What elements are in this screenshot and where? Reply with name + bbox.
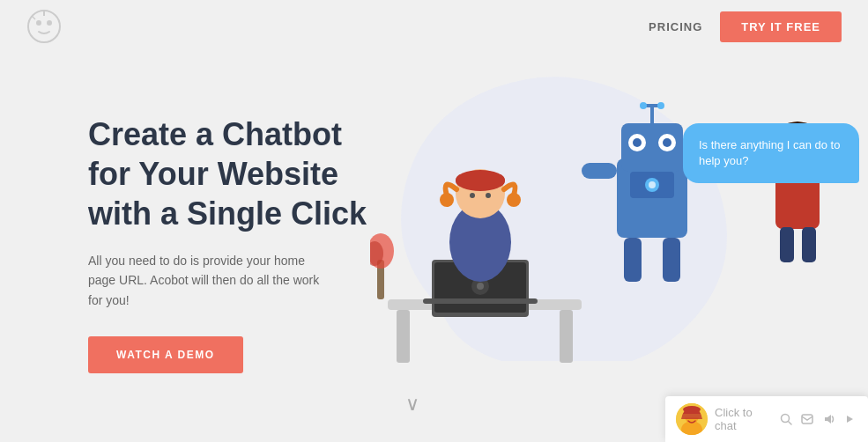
logo-area	[26, 9, 62, 44]
svg-point-33	[507, 193, 521, 207]
svg-point-11	[640, 102, 647, 109]
logo-icon	[26, 9, 62, 44]
svg-point-7	[633, 138, 642, 147]
svg-point-32	[440, 193, 454, 207]
svg-point-8	[663, 138, 671, 147]
chat-bubble-text: Is there anything I can do to help you?	[699, 138, 840, 167]
svg-rect-15	[624, 238, 642, 282]
sound-icon[interactable]	[820, 411, 836, 427]
svg-rect-52	[802, 415, 812, 424]
try-it-free-button[interactable]: TRY IT FREE	[720, 11, 842, 42]
chat-avatar	[676, 403, 708, 435]
search-icon[interactable]	[778, 411, 794, 427]
illustration-area: Is there anything I can do to help you?	[370, 53, 868, 442]
svg-rect-16	[663, 238, 680, 282]
svg-point-12	[657, 102, 664, 109]
person-illustration	[370, 123, 599, 387]
chat-placeholder-text: Click to chat	[715, 406, 771, 432]
svg-rect-42	[780, 227, 794, 262]
expand-icon[interactable]	[842, 411, 857, 427]
hero-title: Create a Chatbot for Your Website with a…	[88, 114, 388, 233]
hero-subtitle: All you need to do is provide your home …	[88, 251, 335, 310]
svg-point-34	[470, 193, 475, 198]
main-content: Create a Chatbot for Your Website with a…	[0, 53, 868, 442]
svg-marker-53	[847, 416, 853, 423]
svg-point-19	[649, 181, 656, 188]
svg-rect-27	[423, 298, 538, 304]
svg-point-2	[47, 20, 52, 26]
header: PRICING TRY IT FREE	[0, 0, 868, 53]
hero-section: Create a Chatbot for Your Website with a…	[88, 114, 388, 373]
svg-rect-43	[802, 227, 816, 262]
svg-rect-22	[560, 310, 573, 363]
chat-widget[interactable]: Click to chat	[665, 396, 868, 442]
svg-rect-31	[456, 174, 505, 187]
svg-rect-21	[397, 310, 410, 363]
chat-action-icons	[778, 411, 857, 427]
nav-area: PRICING TRY IT FREE	[649, 11, 842, 42]
pricing-link[interactable]: PRICING	[649, 20, 702, 33]
watch-demo-button[interactable]: WATCH A DEMO	[88, 336, 243, 373]
chat-bubble: Is there anything I can do to help you?	[683, 123, 859, 183]
svg-point-35	[486, 193, 491, 198]
email-icon[interactable]	[799, 411, 815, 427]
svg-point-1	[36, 20, 41, 26]
svg-point-26	[477, 283, 484, 290]
svg-line-51	[789, 422, 792, 425]
